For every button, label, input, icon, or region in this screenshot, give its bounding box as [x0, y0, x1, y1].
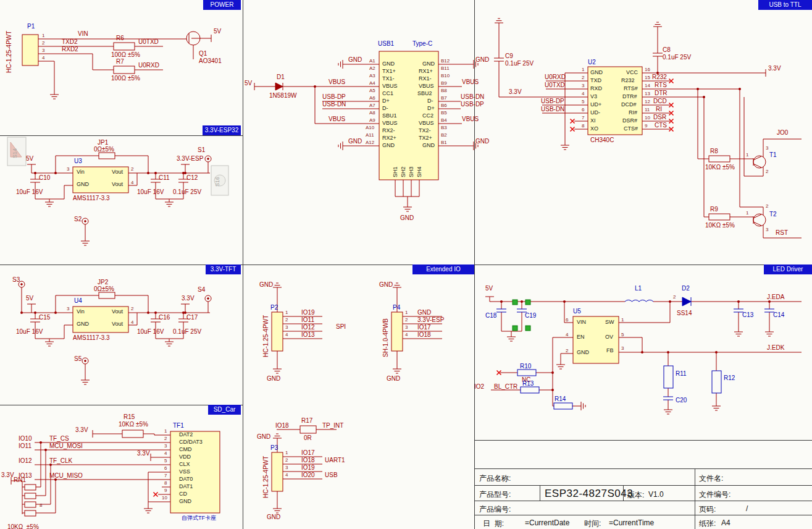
net-label[interactable]: 0.1uF 25V — [505, 61, 534, 67]
net-label[interactable]: TF_CLK — [49, 458, 72, 465]
designator[interactable]: R12 — [724, 375, 735, 382]
section-banner-ldo-esp32[interactable]: 3.3V-ESP32 — [203, 125, 241, 135]
net-label[interactable]: GND — [417, 310, 431, 316]
pin-name[interactable]: EN — [577, 334, 585, 340]
pin-name[interactable]: SH2 — [401, 166, 406, 177]
net-label[interactable]: IO20 — [301, 472, 315, 479]
net-label[interactable]: DSR — [653, 114, 666, 121]
net-label[interactable]: R15 — [123, 414, 135, 421]
net-label[interactable]: IO11 — [19, 443, 31, 450]
diode-d2[interactable] — [682, 297, 691, 306]
net-label[interactable]: 0Ω±5% — [94, 146, 114, 153]
pin-number[interactable]: B11 — [441, 66, 450, 71]
net-label[interactable]: GND — [400, 215, 414, 222]
pin-name[interactable]: GND — [179, 499, 191, 504]
net-label[interactable]: IO11 — [301, 317, 314, 324]
pin-number[interactable]: 2 — [42, 41, 44, 46]
pin-number[interactable]: A12 — [366, 140, 374, 145]
pin-name[interactable]: FB — [606, 348, 614, 353]
pin-number[interactable]: 2 — [285, 318, 288, 323]
pin-number[interactable]: 10 — [645, 116, 650, 121]
net-label[interactable]: BL_CTR — [494, 384, 517, 391]
net-label[interactable]: 0.1uF 25V — [173, 189, 201, 196]
diode-d1[interactable] — [275, 83, 283, 90]
net-label[interactable]: U0TXD — [545, 82, 565, 89]
pin-number[interactable]: 4 — [164, 451, 167, 456]
pin-number[interactable]: 1 — [164, 429, 167, 434]
net-label[interactable]: USB-DN — [461, 94, 484, 101]
connector-p1-body[interactable] — [22, 35, 38, 66]
net-label[interactable]: TXD2 — [62, 39, 78, 46]
pin-number[interactable]: A8 — [369, 111, 375, 116]
net-label[interactable]: IO19 — [301, 310, 315, 316]
pin-number[interactable]: 3 — [621, 346, 624, 351]
net-label[interactable]: USB-DN — [541, 106, 564, 113]
transistor-t2[interactable] — [753, 214, 766, 226]
net-label[interactable]: R7 — [116, 59, 124, 66]
designator[interactable]: P1 — [27, 23, 35, 30]
pin-name[interactable]: RX1- — [419, 76, 432, 82]
pin-number[interactable]: B4 — [441, 118, 447, 123]
pin-name[interactable]: VSS — [179, 469, 190, 475]
pin-name[interactable]: VDD — [179, 454, 191, 460]
pin-number[interactable]: B7 — [441, 96, 447, 101]
net-label[interactable]: 0Ω±5% — [94, 286, 114, 293]
pin-number[interactable]: 4 — [131, 320, 133, 325]
pin-number[interactable]: 2 — [766, 204, 768, 209]
titleblock-version-value[interactable]: V1.0 — [648, 490, 664, 499]
designator[interactable]: P2 — [270, 305, 278, 311]
pin-number[interactable]: 13 — [645, 91, 650, 96]
net-label[interactable]: C8 — [663, 47, 671, 54]
net-label[interactable]: CH340C — [590, 137, 614, 144]
pin-name[interactable]: GND — [382, 61, 395, 67]
net-label[interactable]: RXD2 — [62, 46, 78, 53]
net-label[interactable]: VBUS — [462, 116, 479, 123]
net-label[interactable]: IO12 — [19, 458, 32, 465]
net-label[interactable]: 5V — [26, 295, 33, 302]
net-label[interactable]: IO18 — [275, 423, 289, 430]
schematic-editor-canvas[interactable]: 产品名称: 产品型号: ESP32-4827S043 版本: V1.0 产品编号… — [0, 0, 812, 529]
pin-name[interactable]: RX2- — [382, 128, 395, 133]
pin-name[interactable]: Vout — [112, 321, 123, 327]
pin-number[interactable]: B6 — [441, 103, 447, 108]
pin-name[interactable]: CD/DAT3 — [179, 439, 203, 445]
net-label[interactable]: 3.3V — [182, 295, 195, 302]
pin-number[interactable]: 4 — [285, 332, 288, 337]
net-label[interactable]: 3.3V-ESP — [417, 317, 444, 324]
net-label[interactable]: AMS1117-3.3 — [73, 195, 110, 202]
net-label[interactable]: RN1 — [14, 477, 26, 484]
resistor-r10[interactable] — [517, 370, 536, 376]
pin-number[interactable]: 9 — [164, 488, 167, 493]
pin-number[interactable]: 12 — [645, 99, 650, 104]
net-label[interactable]: DCD — [653, 98, 667, 105]
net-label[interactable]: VBUS — [329, 116, 345, 123]
pin-name[interactable]: DCD# — [621, 102, 637, 108]
pin-number[interactable]: 6 — [164, 466, 167, 471]
resistor-r8[interactable] — [709, 156, 730, 162]
pin-number[interactable]: 16 — [645, 67, 650, 72]
designator[interactable]: R14 — [555, 396, 566, 403]
pin-name[interactable]: TX1+ — [382, 69, 396, 74]
net-label[interactable]: SPI — [336, 324, 346, 331]
pin-name[interactable]: SH4 — [417, 166, 422, 177]
pin-number[interactable]: B10 — [441, 74, 450, 78]
net-label[interactable]: 10uF 16V — [16, 329, 43, 336]
pin-name[interactable]: TX2- — [419, 128, 431, 133]
net-label[interactable]: RST — [776, 230, 788, 237]
pin-name[interactable]: D- — [382, 106, 388, 111]
pin-name[interactable]: XO — [590, 126, 598, 132]
designator[interactable]: P3 — [270, 445, 278, 452]
pin-name[interactable]: GND — [577, 350, 589, 355]
net-label[interactable]: GND — [475, 57, 489, 64]
net-label[interactable]: R232 — [652, 74, 667, 81]
pin-name[interactable]: CC2 — [422, 113, 433, 119]
net-label[interactable]: 5V — [485, 286, 493, 292]
designator[interactable]: T1 — [769, 152, 777, 159]
net-label[interactable]: 10KΩ_±5% — [7, 524, 39, 529]
net-label[interactable]: HC-1.25-4PWT — [263, 456, 270, 498]
pin-name[interactable]: Vout — [112, 309, 123, 315]
designator[interactable]: TF1 — [173, 423, 184, 430]
net-label[interactable]: 5V — [245, 80, 252, 87]
pin-number[interactable]: 3 — [285, 325, 288, 330]
net-label[interactable]: GND — [379, 282, 393, 289]
